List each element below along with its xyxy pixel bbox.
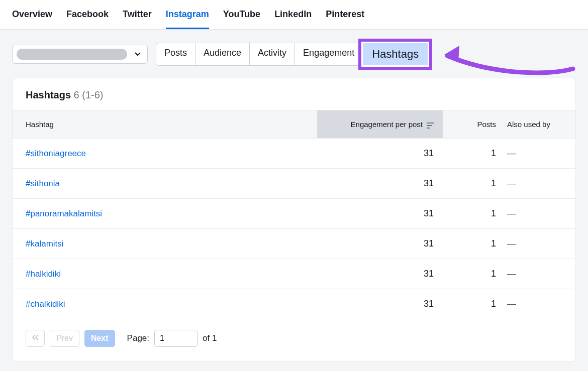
cell-also: — (503, 148, 562, 159)
tab-pinterest[interactable]: Pinterest (326, 9, 364, 29)
page-label: Page: (127, 333, 149, 343)
sort-desc-icon (427, 121, 434, 128)
cell-engagement: 31 (317, 269, 443, 279)
hashtag-link[interactable]: #sithoniagreece (26, 149, 317, 159)
cell-also: — (503, 299, 562, 309)
table-row: #halkidiki 31 1 — (13, 259, 575, 289)
chevron-down-icon (134, 51, 141, 58)
cell-posts: 1 (443, 299, 503, 309)
table-row: #kalamitsi 31 1 — (13, 228, 575, 259)
table-header-row: Hashtag Engagement per post Posts Also u… (13, 110, 575, 138)
controls-row: Posts Audience Activity Engagement Hasht… (0, 30, 588, 68)
table-row: #panoramakalamitsi 31 1 — (13, 198, 575, 228)
table-row: #chalkidiki 31 1 — (13, 289, 575, 319)
card-header: Hashtags 6 (1-6) (13, 78, 575, 110)
subtab-engagement[interactable]: Engagement (295, 43, 363, 65)
cell-posts: 1 (443, 269, 503, 279)
account-label-placeholder (17, 49, 127, 60)
next-page-button[interactable]: Next (84, 330, 115, 347)
page-input[interactable] (154, 330, 198, 347)
subtab-posts[interactable]: Posts (156, 43, 195, 65)
cell-posts: 1 (443, 178, 503, 189)
hashtags-card: Hashtags 6 (1-6) Hashtag Engagement per … (12, 78, 576, 361)
col-engagement[interactable]: Engagement per post (317, 110, 443, 138)
col-hashtag[interactable]: Hashtag (26, 120, 317, 129)
svg-rect-2 (427, 128, 430, 129)
subtab-hashtags[interactable]: Hashtags (363, 43, 428, 65)
tab-twitter[interactable]: Twitter (123, 9, 152, 29)
cell-engagement: 31 (317, 178, 443, 189)
svg-rect-0 (427, 122, 434, 123)
cell-also: — (503, 269, 562, 279)
tab-overview[interactable]: Overview (12, 9, 52, 29)
cell-posts: 1 (443, 148, 503, 159)
tab-youtube[interactable]: YouTube (223, 9, 260, 29)
pagination: Prev Next Page: of 1 (13, 319, 575, 361)
chevron-double-left-icon (31, 334, 39, 343)
prev-page-button[interactable]: Prev (50, 330, 79, 347)
cell-posts: 1 (443, 238, 503, 249)
cell-also: — (503, 208, 562, 219)
hashtag-link[interactable]: #panoramakalamitsi (26, 209, 317, 219)
hashtags-table: Hashtag Engagement per post Posts Also u… (13, 110, 575, 319)
account-dropdown[interactable] (12, 45, 148, 64)
cell-engagement: 31 (317, 238, 443, 249)
subtab-audience[interactable]: Audience (195, 43, 250, 65)
col-also-used-by[interactable]: Also used by (503, 120, 562, 129)
col-posts[interactable]: Posts (443, 120, 503, 129)
tab-linkedin[interactable]: LinkedIn (274, 9, 312, 29)
hashtag-link[interactable]: #kalamitsi (26, 239, 317, 249)
col-engagement-label: Engagement per post (351, 120, 423, 129)
subtab-activity[interactable]: Activity (250, 43, 295, 65)
table-row: #sithonia 31 1 — (13, 168, 575, 198)
tab-facebook[interactable]: Facebook (66, 9, 109, 29)
hashtag-link[interactable]: #sithonia (26, 179, 317, 189)
table-row: #sithoniagreece 31 1 — (13, 138, 575, 168)
first-page-button[interactable] (26, 330, 45, 347)
cell-engagement: 31 (317, 299, 443, 309)
hashtag-link[interactable]: #chalkidiki (26, 299, 317, 309)
cell-engagement: 31 (317, 148, 443, 159)
arrow-annotation-icon (437, 38, 578, 78)
hashtag-link[interactable]: #halkidiki (26, 269, 317, 279)
cell-posts: 1 (443, 208, 503, 219)
tab-instagram[interactable]: Instagram (166, 9, 209, 29)
svg-rect-1 (427, 125, 432, 126)
cell-also: — (503, 238, 562, 249)
cell-also: — (503, 178, 562, 189)
card-title: Hashtags (26, 89, 71, 100)
page-of-label: of 1 (203, 333, 217, 343)
section-tabs: Posts Audience Activity Engagement Hasht… (156, 43, 428, 66)
platform-tabs: Overview Facebook Twitter Instagram YouT… (0, 0, 588, 30)
card-count: 6 (1-6) (74, 89, 104, 100)
cell-engagement: 31 (317, 208, 443, 219)
